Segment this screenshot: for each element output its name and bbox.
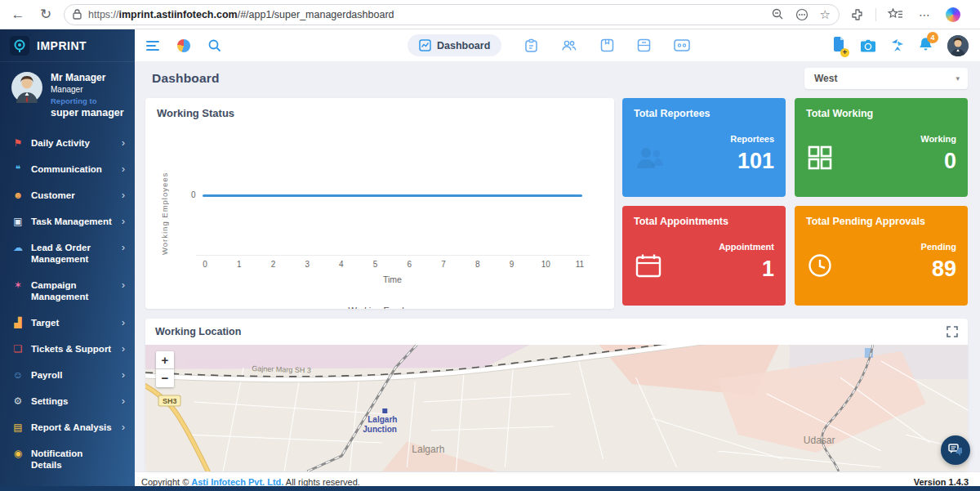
extensions-puzzle-icon[interactable]	[851, 8, 864, 21]
sidebar-item-notification-details[interactable]: ◉Notification Details	[0, 440, 135, 478]
sidebar-item-payroll[interactable]: ☺Payroll›	[0, 362, 135, 388]
total-working-card[interactable]: Total Working Working 0	[795, 98, 968, 197]
pie-chart-icon[interactable]	[177, 39, 190, 52]
map-junction-label-1: Lalgarh	[368, 415, 397, 424]
browser-menu-icon[interactable]: ⋯	[915, 8, 934, 21]
chevron-down-icon: ▾	[956, 74, 960, 83]
megaphone-icon: ✶	[11, 279, 24, 291]
share-icon[interactable]	[891, 38, 904, 52]
chart-x-ticks: 01234567891011	[199, 260, 586, 269]
map-town-label: Lalgarh	[412, 444, 444, 455]
region-select[interactable]: West ▾	[804, 68, 968, 89]
activity-icon: ⚑	[11, 137, 24, 149]
sidebar-item-settings[interactable]: ⚙Settings›	[0, 388, 135, 414]
report-folder-icon: ▤	[11, 422, 24, 433]
sidebar-item-daily-activity[interactable]: ⚑Daily Activity›	[0, 130, 135, 156]
favorites-bar-icon[interactable]	[888, 8, 903, 20]
map-shield-label: SH3	[163, 397, 177, 405]
profile-name: Mr Manager	[51, 72, 124, 83]
clipboard-icon: ▣	[11, 216, 24, 227]
dashboard-chart-icon	[419, 39, 431, 51]
ticket-card-icon[interactable]	[674, 39, 690, 51]
chevron-right-icon: ›	[122, 316, 125, 328]
map-junction-label-2: Junction	[363, 425, 397, 434]
sidebar-item-report-analysis[interactable]: ▤Report & Analysis›	[0, 414, 135, 440]
url-text: https://imprint.astiinfotech.com/#/app1/…	[88, 9, 394, 20]
chevron-right-icon: ›	[122, 189, 125, 201]
notifications-button[interactable]: 4	[919, 37, 933, 55]
map-canvas: Gajner Marg SH 3 SH3 Lalgarh Junction La…	[145, 345, 968, 471]
browser-toolbar: ← ↻ https://imprint.astiinfotech.com/#/a…	[0, 0, 980, 29]
working-location-title: Working Location	[155, 326, 241, 337]
region-select-value: West	[814, 73, 837, 84]
camera-icon[interactable]	[860, 39, 876, 52]
browser-actions: ⋯	[851, 7, 964, 22]
imprint-logo-icon	[10, 36, 29, 56]
navbar-avatar[interactable]	[947, 35, 969, 56]
map[interactable]: + −	[145, 345, 968, 471]
chat-fab-button[interactable]	[941, 435, 970, 465]
chevron-right-icon: ›	[122, 421, 125, 433]
sidebar-item-task-management[interactable]: ▣Task Management›	[0, 208, 135, 234]
hamburger-menu-icon[interactable]	[146, 41, 159, 51]
brand-name: IMPRINT	[37, 39, 87, 52]
archive-box-icon[interactable]	[637, 38, 651, 52]
profile-reporting-to: super manager	[51, 107, 124, 118]
top-navbar: Dashboard + 4	[135, 29, 980, 62]
dashboard-tab-label: Dashboard	[437, 40, 490, 51]
copilot-icon[interactable]	[946, 7, 960, 22]
expand-icon[interactable]	[947, 326, 958, 337]
sidebar-item-customer[interactable]: ☻Customer›	[0, 182, 135, 208]
map-zoom-out-button[interactable]: −	[156, 369, 174, 387]
chevron-right-icon: ›	[122, 279, 125, 291]
chevron-right-icon: ›	[122, 163, 125, 175]
avatar	[11, 72, 42, 103]
sidebar-item-lead-order-management[interactable]: ☁Lead & Order Management›	[0, 234, 135, 272]
chart-y-tick: 0	[191, 190, 196, 199]
package-icon[interactable]	[600, 38, 614, 52]
people-icon	[635, 145, 665, 173]
brand-header[interactable]: IMPRINT	[0, 29, 135, 62]
clock-icon	[808, 253, 832, 281]
chart-x-axis	[196, 255, 590, 256]
bar-chart-icon: ▟	[11, 317, 24, 328]
back-icon[interactable]: ←	[8, 7, 28, 23]
refresh-icon[interactable]: ↻	[36, 6, 56, 23]
sidebar-item-target[interactable]: ▟Target›	[0, 310, 135, 336]
bottom-strip	[0, 486, 980, 491]
sidebar-item-tickets-support[interactable]: ❏Tickets & Support›	[0, 336, 135, 362]
search-icon[interactable]	[208, 39, 221, 52]
gear-icon: ⚙	[11, 395, 24, 407]
working-location-card: Working Location + −	[145, 319, 968, 471]
chevron-right-icon: ›	[122, 395, 125, 407]
user-profile[interactable]: Mr Manager Manager Reporting to super ma…	[0, 62, 135, 127]
reader-options-icon[interactable]	[795, 8, 808, 21]
add-file-button[interactable]: +	[832, 37, 845, 55]
favorite-star-icon[interactable]: ☆	[820, 7, 831, 22]
total-pending-approvals-card[interactable]: Total Pending Approvals Pending 89	[795, 206, 968, 306]
map-town2-label: Udasar	[804, 435, 835, 446]
profile-role: Manager	[51, 85, 124, 94]
map-zoom-in-button[interactable]: +	[156, 351, 174, 369]
chat-bubbles-icon: ❝	[11, 163, 24, 175]
total-appointments-card[interactable]: Total Appointments Appointment 1	[622, 206, 786, 306]
working-status-title: Working Status	[157, 107, 234, 119]
chart-y-axis-label: Working Employees	[160, 149, 169, 255]
total-reportees-card[interactable]: Total Reportees Reportees 101	[622, 98, 786, 197]
cloud-icon: ☁	[11, 242, 24, 253]
sidebar-item-campaign-management[interactable]: ✶Campaign Management›	[0, 272, 135, 310]
notification-count-badge: 4	[927, 32, 938, 43]
dashboard-tab[interactable]: Dashboard	[408, 34, 501, 56]
bell-icon: ◉	[11, 448, 24, 459]
company-link[interactable]: Asti Infotech Pvt. Ltd.	[191, 477, 283, 487]
zoom-out-icon[interactable]	[772, 8, 784, 20]
address-bar[interactable]: https://imprint.astiinfotech.com/#/app1/…	[64, 4, 840, 25]
sidebar-item-communication[interactable]: ❝Communication›	[0, 156, 135, 182]
chevron-right-icon: ›	[122, 136, 125, 149]
lock-icon	[73, 9, 82, 20]
clipboard-icon[interactable]	[524, 38, 538, 53]
chart-x-axis-label: Time	[203, 275, 582, 284]
ticket-icon: ❏	[11, 343, 24, 355]
team-icon[interactable]	[561, 38, 577, 52]
page-title: Dashboard	[152, 71, 220, 86]
